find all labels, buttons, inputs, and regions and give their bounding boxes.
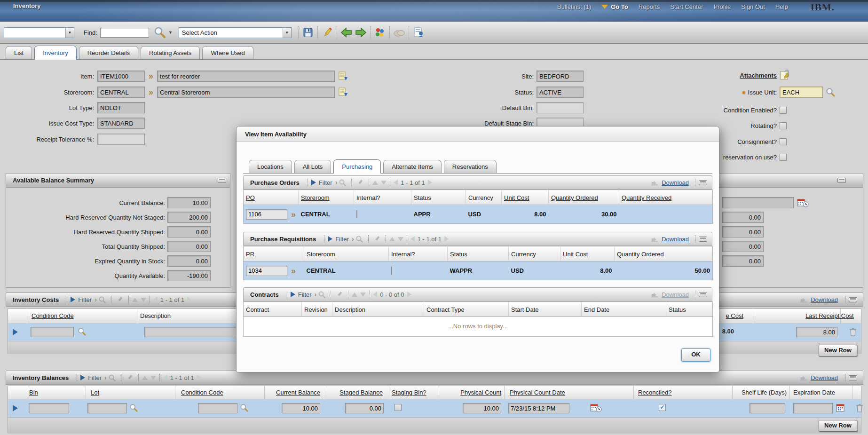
col-quantity-ordered[interactable]: Quantity Ordered xyxy=(615,246,713,261)
move-up-icon[interactable] xyxy=(372,181,378,185)
pr-chevrons[interactable]: » xyxy=(291,266,296,276)
next-page-icon[interactable] xyxy=(407,292,411,297)
search-icon[interactable] xyxy=(318,291,325,298)
edit-icon[interactable] xyxy=(126,374,133,381)
site-input[interactable] xyxy=(537,71,584,82)
prev-page-icon[interactable] xyxy=(373,292,377,297)
storeroom-chevrons[interactable]: » xyxy=(149,87,153,97)
move-up-icon[interactable] xyxy=(132,298,138,302)
tab-list[interactable]: List xyxy=(6,46,32,59)
help-link[interactable]: Help xyxy=(775,3,788,10)
bulletins-link[interactable]: Bulletins: (1) xyxy=(557,3,591,10)
prev-page-icon[interactable] xyxy=(394,180,398,185)
edit-icon[interactable] xyxy=(374,236,380,242)
issue-cost-type-input[interactable] xyxy=(97,118,145,129)
move-up-icon[interactable] xyxy=(352,293,357,297)
prev-page-icon[interactable] xyxy=(163,375,167,380)
col-current-balance[interactable]: Current Balance xyxy=(262,389,320,396)
inventory-balances-download-link[interactable]: Download xyxy=(811,374,838,381)
item-detail-menu-button[interactable] xyxy=(338,71,349,82)
inventory-balances-row[interactable] xyxy=(8,399,861,418)
tab-all-lots[interactable]: All Lots xyxy=(294,160,331,173)
minimize-icon[interactable] xyxy=(849,297,857,302)
next-page-icon[interactable] xyxy=(428,180,432,185)
inventory-costs-filter[interactable]: Filter› xyxy=(71,296,97,303)
edit-icon[interactable] xyxy=(357,179,363,186)
select-action-arrow-icon[interactable]: ▼ xyxy=(283,28,291,38)
previous-record-button[interactable] xyxy=(339,25,354,40)
purchase-requisitions-download-link[interactable]: Download xyxy=(662,236,689,243)
attachments-link[interactable]: Attachments xyxy=(740,72,777,79)
start-center-link[interactable]: Start Center xyxy=(670,3,703,10)
edit-icon[interactable] xyxy=(117,296,123,303)
tab-reservations[interactable]: Reservations xyxy=(444,160,497,173)
tab-rotating-assets[interactable]: Rotating Assets xyxy=(141,46,200,59)
bin-input[interactable] xyxy=(29,403,69,413)
col-quantity-ordered[interactable]: Quantity Ordered xyxy=(549,190,619,205)
col-po[interactable]: PO xyxy=(244,190,299,205)
col-condition-code[interactable]: Condition Code xyxy=(181,389,223,396)
find-options-arrow-icon[interactable]: ▼ xyxy=(167,30,174,35)
physical-count-date-calendar-button[interactable] xyxy=(590,402,602,413)
move-down-icon[interactable] xyxy=(398,237,403,241)
purchase-orders-filter[interactable]: Filter› xyxy=(311,179,338,186)
tab-where-used[interactable]: Where Used xyxy=(202,46,253,59)
workflow-button[interactable] xyxy=(392,25,406,40)
purchase-order-row[interactable]: » CENTRAL APPR USD 8.00 30.00 xyxy=(244,205,713,224)
find-input[interactable] xyxy=(100,28,149,38)
po-internal-checkbox[interactable] xyxy=(356,210,357,218)
ok-button[interactable]: OK xyxy=(681,348,710,362)
profile-link[interactable]: Profile xyxy=(713,3,731,10)
consignment-checkbox[interactable] xyxy=(780,138,787,145)
col-bin[interactable]: Bin xyxy=(29,389,38,396)
col-storeroom[interactable]: Storeroom xyxy=(299,190,354,205)
delete-row-button[interactable] xyxy=(848,326,858,337)
status-input[interactable] xyxy=(537,87,584,98)
move-down-icon[interactable] xyxy=(381,181,387,185)
receipt-tolerance-input[interactable] xyxy=(97,134,145,145)
move-up-icon[interactable] xyxy=(389,237,395,241)
delete-row-button[interactable] xyxy=(854,403,865,413)
condition-code-input[interactable] xyxy=(31,327,74,337)
staging-bin-checkbox[interactable] xyxy=(395,404,402,411)
prev-page-icon[interactable] xyxy=(410,236,415,242)
condition-enabled-checkbox[interactable] xyxy=(780,107,787,114)
po-chevrons[interactable]: » xyxy=(291,210,296,219)
po-input[interactable] xyxy=(246,209,287,220)
query-select-arrow-icon[interactable]: ▼ xyxy=(65,28,74,38)
contracts-filter[interactable]: Filter› xyxy=(291,291,317,298)
inventory-costs-download-link[interactable]: Download xyxy=(811,296,838,303)
run-reports-button[interactable] xyxy=(411,25,426,40)
move-down-icon[interactable] xyxy=(150,376,156,380)
expiration-date-input[interactable] xyxy=(793,403,833,413)
shelf-life-input[interactable] xyxy=(750,403,785,413)
pr-internal-checkbox[interactable] xyxy=(391,267,392,275)
condition-code-input[interactable] xyxy=(198,403,237,413)
attachments-button[interactable] xyxy=(779,69,793,81)
storeroom-detail-menu-button[interactable] xyxy=(338,87,349,98)
edit-icon[interactable] xyxy=(336,291,343,298)
col-quantity-received[interactable]: Quantity Received xyxy=(619,190,713,205)
storeroom-input[interactable] xyxy=(97,87,145,98)
pr-input[interactable] xyxy=(246,266,287,276)
next-page-icon[interactable] xyxy=(187,297,191,302)
condition-code-select-button[interactable] xyxy=(239,403,249,413)
issue-unit-input[interactable] xyxy=(780,87,823,98)
search-icon[interactable] xyxy=(109,374,116,381)
search-icon[interactable] xyxy=(99,296,106,303)
panel-date-calendar-button[interactable] xyxy=(796,197,809,208)
lot-input[interactable] xyxy=(87,403,127,413)
search-icon[interactable] xyxy=(339,179,346,186)
reconciled-checkbox[interactable] xyxy=(659,404,666,411)
col-lot[interactable]: Lot xyxy=(91,389,99,396)
condition-code-select-button[interactable] xyxy=(77,326,87,337)
minimize-icon[interactable] xyxy=(849,375,857,380)
inventory-costs-new-row-button[interactable]: New Row xyxy=(819,345,857,356)
default-bin-input[interactable] xyxy=(537,102,584,113)
lot-type-input[interactable] xyxy=(97,102,145,113)
minimize-icon[interactable] xyxy=(218,178,226,183)
col-staging-bin[interactable]: Staging Bin? xyxy=(392,389,426,396)
tab-locations[interactable]: Locations xyxy=(249,160,292,173)
move-down-icon[interactable] xyxy=(360,293,366,297)
query-select[interactable]: ▼ xyxy=(4,27,74,38)
